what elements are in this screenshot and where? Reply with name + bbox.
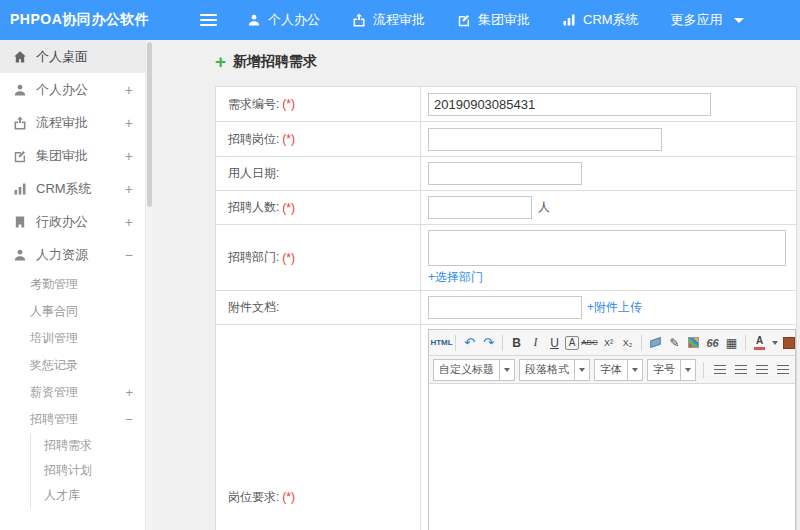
align-justify-button[interactable] — [774, 361, 791, 379]
chart-icon — [562, 13, 576, 27]
sidebar-item-group-approval[interactable]: 集团审批 + — [0, 139, 145, 172]
topnav-label: 流程审批 — [373, 11, 425, 29]
form-row-attachment: 附件文档: +附件上传 — [216, 291, 796, 325]
label-text: 用人日期: — [228, 165, 279, 182]
align-left-button[interactable] — [711, 361, 728, 379]
sidebar-item-attendance[interactable]: 考勤管理 — [0, 271, 145, 298]
field-label: 用人日期: — [216, 157, 421, 190]
custom-heading-select[interactable]: 自定义标题 — [433, 359, 515, 381]
label-text: 岗位要求: — [228, 489, 279, 506]
attachment-upload-link[interactable]: +附件上传 — [587, 299, 642, 316]
topnav-group-approval[interactable]: 集团审批 — [457, 11, 530, 29]
edit-icon — [457, 13, 471, 27]
expand-icon[interactable]: + — [125, 83, 133, 97]
page-header: + 新增招聘需求 — [215, 53, 800, 71]
workflow-icon — [12, 116, 28, 130]
field-label: 招聘岗位: (*) — [216, 122, 421, 156]
font-family-select[interactable]: 字体 — [594, 359, 643, 381]
expand-icon[interactable]: + — [125, 215, 133, 229]
form-row-requirements: 岗位要求: (*) HTML ↶ ↷ B I U A ABC — [216, 325, 796, 530]
sidebar-item-recruit-request[interactable]: 招聘需求 — [31, 433, 145, 458]
sidebar-item-recruit-mgmt[interactable]: 招聘管理 − — [0, 406, 145, 433]
sidebar-item-crm[interactable]: CRM系统 + — [0, 172, 145, 205]
sidebar-item-label: 个人桌面 — [36, 48, 88, 66]
label-text: 附件文档: — [228, 299, 279, 316]
select-value: 字号 — [648, 362, 680, 377]
people-icon — [12, 248, 28, 262]
sidebar-item-label: 人才库 — [44, 487, 80, 504]
label-text: 需求编号: — [228, 96, 279, 113]
background-color-button[interactable] — [685, 333, 702, 353]
align-right-button[interactable] — [753, 361, 770, 379]
attachment-input[interactable] — [428, 296, 582, 319]
headcount-input[interactable] — [428, 196, 532, 219]
topnav-workflow-approval[interactable]: 流程审批 — [352, 11, 425, 29]
edit-icon — [12, 149, 28, 163]
align-center-button[interactable] — [732, 361, 749, 379]
expand-icon[interactable]: + — [125, 116, 133, 130]
sidebar-item-workflow-approval[interactable]: 流程审批 + — [0, 106, 145, 139]
sidebar-item-salary[interactable]: 薪资管理 + — [0, 379, 145, 406]
sidebar-item-label: 人事合同 — [30, 303, 78, 320]
sidebar-item-recruit-plan[interactable]: 招聘计划 — [31, 458, 145, 483]
editor-content-area[interactable] — [429, 384, 795, 530]
subscript-button[interactable]: X₂ — [619, 333, 636, 353]
sidebar-item-personal-office[interactable]: 个人办公 + — [0, 73, 145, 106]
toolbar-separator — [455, 335, 456, 351]
select-department-link[interactable]: +选择部门 — [428, 269, 786, 286]
plus-icon: + — [215, 54, 226, 70]
paragraph-format-select[interactable]: 段落格式 — [519, 359, 590, 381]
topnav-label: 集团审批 — [478, 11, 530, 29]
department-textarea[interactable] — [428, 230, 786, 266]
sidebar-item-admin-office[interactable]: 行政办公 + — [0, 205, 145, 238]
align-left-icon — [714, 365, 726, 375]
expand-icon[interactable]: + — [125, 182, 133, 196]
required-marker: (*) — [282, 490, 295, 504]
sidebar-item-rewards[interactable]: 奖惩记录 — [0, 352, 145, 379]
font-border-button[interactable]: A — [565, 336, 579, 350]
sidebar-item-talent-pool[interactable]: 人才库 — [31, 483, 145, 508]
hire-date-input[interactable] — [428, 162, 582, 185]
table-button[interactable]: ▦ — [723, 333, 740, 353]
recruit-submenu: 招聘需求 招聘计划 人才库 — [30, 433, 145, 508]
underline-button[interactable]: U — [546, 333, 563, 353]
eraser-button[interactable] — [647, 333, 664, 353]
blockquote-button[interactable]: 66 — [704, 333, 721, 353]
sidebar-item-hr-contract[interactable]: 人事合同 — [0, 298, 145, 325]
format-brush-button[interactable]: ✎ — [666, 333, 683, 353]
strikethrough-button[interactable]: ABC — [581, 333, 598, 353]
undo-button[interactable]: ↶ — [461, 333, 478, 353]
toolbar-separator — [502, 335, 503, 351]
position-input[interactable] — [428, 128, 662, 151]
recruit-request-form: 需求编号: (*) 招聘岗位: (*) 用人日期: — [215, 86, 797, 530]
required-marker: (*) — [282, 201, 295, 215]
topnav-more-apps[interactable]: 更多应用 — [671, 11, 744, 29]
form-row-request-no: 需求编号: (*) — [216, 87, 796, 122]
sidebar-scrollbar[interactable] — [145, 40, 152, 530]
toolbar-separator — [703, 362, 704, 378]
request-no-input[interactable] — [428, 93, 711, 116]
html-source-button[interactable]: HTML — [433, 333, 450, 353]
color-swatch-button[interactable] — [780, 333, 795, 353]
bold-button[interactable]: B — [508, 333, 525, 353]
collapse-icon[interactable]: − — [125, 248, 133, 262]
italic-button[interactable]: I — [527, 333, 544, 353]
caret-down-icon — [680, 360, 695, 380]
topnav-personal-office[interactable]: 个人办公 — [247, 11, 320, 29]
sidebar-item-hr[interactable]: 人力资源 − — [0, 238, 145, 271]
field-label: 需求编号: (*) — [216, 87, 421, 121]
caret-down-icon — [499, 360, 514, 380]
rich-text-editor: HTML ↶ ↷ B I U A ABC X² X₂ ✎ — [428, 329, 796, 530]
font-color-button[interactable]: A — [751, 333, 768, 353]
font-size-select[interactable]: 字号 — [647, 359, 696, 381]
redo-button[interactable]: ↷ — [480, 333, 497, 353]
collapse-icon[interactable]: − — [125, 413, 133, 426]
topnav-crm[interactable]: CRM系统 — [562, 11, 639, 29]
hamburger-menu-icon[interactable] — [200, 14, 217, 26]
expand-icon[interactable]: + — [125, 386, 133, 399]
caret-down-icon[interactable] — [772, 341, 778, 345]
sidebar-item-training[interactable]: 培训管理 — [0, 325, 145, 352]
sidebar-item-personal-desktop[interactable]: 个人桌面 — [0, 40, 145, 73]
expand-icon[interactable]: + — [125, 149, 133, 163]
superscript-button[interactable]: X² — [600, 333, 617, 353]
